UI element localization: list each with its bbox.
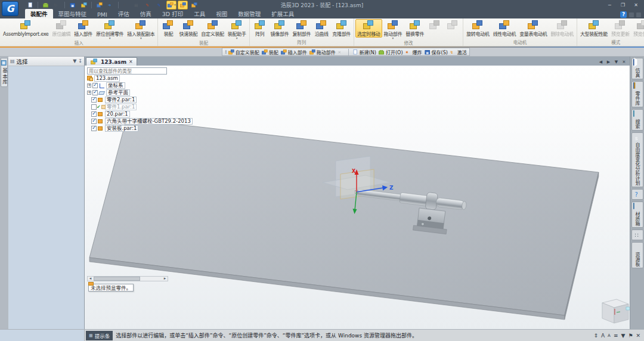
custom-assemble-button[interactable]: 自定义装配 bbox=[199, 19, 226, 38]
base-plate[interactable] bbox=[89, 119, 599, 320]
assembly-import-button[interactable]: AssemblyImport.exe bbox=[1, 19, 50, 38]
paste-button[interactable]: ▤ bbox=[132, 1, 143, 10]
visibility-checkbox[interactable] bbox=[92, 83, 98, 88]
assemble-toolbar-button[interactable]: 装配 bbox=[261, 49, 278, 55]
view-cube[interactable] bbox=[602, 299, 630, 323]
insert-assembly-copy-button[interactable]: 插入装配副本▾ bbox=[125, 19, 156, 41]
move-on-select-button[interactable]: 选定时移动 bbox=[355, 19, 382, 38]
mirror-part-button[interactable]: 镜像部件 bbox=[269, 19, 291, 38]
sidebar-tab-library[interactable]: 基本库 bbox=[1, 58, 8, 87]
quick-assemble-button[interactable]: 快速装配 bbox=[177, 19, 199, 38]
visibility-checkbox[interactable] bbox=[91, 104, 97, 110]
visibility-checkbox[interactable] bbox=[91, 119, 97, 124]
window-display-button[interactable] bbox=[94, 1, 104, 10]
tree-item-row[interactable]: +参考平面 bbox=[87, 89, 177, 96]
screw[interactable] bbox=[421, 222, 424, 225]
scrollbar-thumb[interactable] bbox=[94, 277, 140, 281]
undo-button[interactable]: ↶ bbox=[121, 1, 131, 10]
visibility-checkbox[interactable] bbox=[91, 97, 97, 103]
ribbon-tab-视图[interactable]: 视图 bbox=[210, 9, 233, 18]
list-view-icon[interactable]: ≡ bbox=[614, 330, 618, 341]
close-button[interactable]: ✕ bbox=[630, 1, 642, 9]
toolbar-options-dropdown-button[interactable] bbox=[189, 1, 199, 10]
visibility-checkbox[interactable] bbox=[91, 126, 97, 131]
open-document-button[interactable] bbox=[41, 1, 51, 10]
ribbon-tab-工具[interactable]: 工具 bbox=[188, 9, 210, 18]
ribbon-tab-仿真[interactable]: 仿真 bbox=[135, 9, 157, 18]
panel-tab-材质箱[interactable]: 材质箱 bbox=[631, 202, 643, 228]
part-search-input[interactable] bbox=[87, 67, 167, 75]
ribbon-tab-装配件[interactable]: 装配件 bbox=[25, 9, 53, 18]
scroll-right-icon[interactable]: ▸ bbox=[162, 277, 168, 281]
tree-item-row[interactable]: 安装板.par:1 bbox=[87, 125, 177, 132]
ribbon-tab-扩展工具[interactable]: 扩展工具 bbox=[266, 9, 299, 18]
close-document-button[interactable]: ✕ bbox=[621, 60, 627, 64]
drag-part-button[interactable]: 拖动部件▾ bbox=[382, 19, 404, 41]
drag-part-toolbar-button[interactable]: 拖动部件 bbox=[309, 49, 336, 55]
scroll-tabs-right-button[interactable]: ▶ bbox=[605, 60, 612, 64]
variable-table-motor-button[interactable]: 变量表电动机 bbox=[518, 19, 549, 38]
expand-icon[interactable]: + bbox=[87, 91, 91, 95]
panel-tab-help[interactable]: ? bbox=[631, 189, 643, 200]
minimize-button[interactable]: ─ bbox=[603, 1, 616, 9]
scroll-left-icon[interactable]: ◂ bbox=[88, 277, 93, 281]
toolbar-grip-icon[interactable]: ⁞⁞ bbox=[225, 49, 226, 55]
rotary-motor-button[interactable]: 旋转电动机 bbox=[465, 19, 491, 38]
open-document-toolbar-button[interactable]: 打开(O) bbox=[378, 49, 403, 55]
select-panel-body[interactable] bbox=[8, 66, 84, 329]
tree-item-row[interactable]: ✔零件1.par:1 bbox=[87, 104, 177, 110]
tree-root-row[interactable]: 123.asm bbox=[87, 75, 177, 82]
clone-part-button[interactable]: 克隆部件 bbox=[330, 19, 352, 38]
visibility-checkbox[interactable] bbox=[91, 111, 97, 117]
feature-pen-button[interactable]: ✎ bbox=[155, 1, 165, 10]
new-document-button[interactable] bbox=[25, 1, 35, 10]
panel-tab-仿真[interactable]: 仿真 bbox=[631, 58, 643, 79]
activate-highlight-button[interactable] bbox=[178, 1, 188, 10]
panel-tab-零件库[interactable]: 零件库 bbox=[631, 81, 643, 107]
app-logo[interactable]: G bbox=[2, 1, 18, 16]
tab-list-dropdown-button[interactable]: ▼ bbox=[613, 60, 620, 64]
replace-part-button[interactable]: 替换零件 bbox=[404, 19, 426, 38]
font-decrease-icon[interactable]: A bbox=[608, 330, 611, 341]
move-on-select-highlight-button[interactable]: ▾ bbox=[166, 1, 177, 10]
tree-item-row[interactable]: +坐标系 bbox=[87, 82, 177, 89]
panel-tab-自由度变化分析计划[interactable]: S自由度变化分析计划 bbox=[631, 132, 643, 187]
tree-item-row[interactable]: 零件2.par:1 bbox=[87, 97, 177, 103]
print-button[interactable] bbox=[79, 1, 89, 10]
help-icon[interactable]: ? bbox=[620, 11, 627, 18]
collar-ring[interactable] bbox=[425, 192, 438, 210]
pattern-button[interactable]: 阵列 bbox=[251, 19, 269, 38]
explode-toolbar-button[interactable]: ✷爆炸 bbox=[405, 49, 422, 55]
linear-motor-button[interactable]: 线性电动机 bbox=[491, 19, 518, 38]
activate-toolbar-button[interactable]: ↯激活 bbox=[450, 49, 467, 55]
document-tab[interactable]: 123.asm × bbox=[86, 57, 137, 66]
save-button[interactable] bbox=[67, 1, 78, 10]
filter-funnel-icon[interactable]: ▼ bbox=[73, 58, 76, 64]
font-increase-icon[interactable]: A bbox=[601, 330, 605, 341]
close-icon[interactable]: ✕ bbox=[636, 330, 640, 341]
assembly-assistant-button[interactable]: 装配助手▾ bbox=[226, 19, 248, 41]
save-toolbar-button[interactable]: 保存(S) bbox=[424, 49, 448, 55]
dropdown-icon[interactable]: ▼ bbox=[621, 330, 625, 341]
duplicate-part-button[interactable]: 复制部件 bbox=[290, 19, 312, 38]
ribbon-collapse-icon[interactable] bbox=[636, 13, 641, 17]
insert-part-toolbar-button[interactable]: 插入部件 bbox=[280, 49, 307, 55]
pin-icon[interactable]: ⚑ bbox=[628, 330, 633, 341]
large-assembly-performance-button[interactable]: 大型装配性能 bbox=[578, 19, 609, 38]
scroll-tabs-left-button[interactable]: ◀ bbox=[597, 60, 604, 64]
ribbon-tab-3D 打印[interactable]: 3D 打印 bbox=[157, 9, 188, 18]
tree-item-row[interactable]: 20.par:1 bbox=[87, 111, 177, 117]
create-part-in-place-button[interactable]: 原位创建零件▾ bbox=[94, 19, 125, 41]
panel-tab-搜索[interactable]: 搜索 bbox=[631, 109, 643, 131]
ribbon-tab-评估[interactable]: 评估 bbox=[113, 9, 135, 18]
restore-button[interactable]: ❐ bbox=[617, 1, 629, 9]
ribbon-tab-数据管理[interactable]: 数据管理 bbox=[233, 9, 266, 18]
3d-viewport[interactable]: X Z bbox=[85, 66, 630, 329]
redo-arrow-button[interactable]: ➜ bbox=[106, 1, 116, 10]
pin-icon[interactable]: ↧ bbox=[78, 58, 82, 64]
visibility-checkbox[interactable] bbox=[92, 90, 98, 95]
tree-horizontal-scrollbar[interactable]: ◂ ▸ bbox=[87, 276, 168, 281]
panel-toggle-icon[interactable] bbox=[629, 13, 634, 17]
custom-assemble-toolbar-button[interactable]: 自定义装配 bbox=[228, 49, 259, 55]
tab-close-icon[interactable]: × bbox=[129, 59, 133, 64]
